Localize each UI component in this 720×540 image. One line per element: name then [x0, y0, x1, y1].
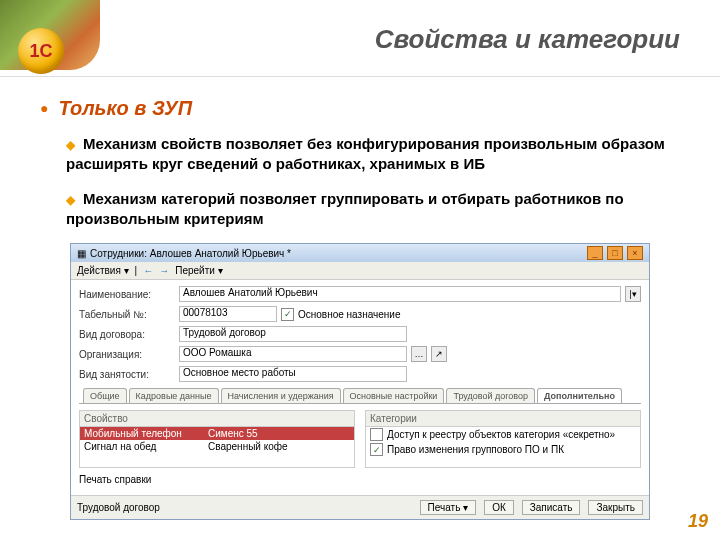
window-icon: ▦: [77, 248, 86, 259]
maximize-button[interactable]: □: [607, 246, 623, 260]
close-button[interactable]: ×: [627, 246, 643, 260]
window-titlebar: ▦ Сотрудники: Авлошев Анатолий Юрьевич *…: [71, 244, 649, 262]
save-button[interactable]: Записать: [522, 500, 581, 515]
tabno-label: Табельный №:: [79, 309, 175, 320]
name-field[interactable]: Авлошев Анатолий Юрьевич: [179, 286, 621, 302]
category-label: Право изменения группового ПО и ПК: [387, 444, 564, 455]
tab-hr[interactable]: Кадровые данные: [129, 388, 219, 403]
actions-menu[interactable]: Действия ▾: [77, 265, 129, 276]
nav-back-icon[interactable]: ←: [143, 265, 153, 276]
history-button[interactable]: |▾: [625, 286, 641, 302]
dialog-footer: Трудовой договор Печать ▾ ОК Записать За…: [71, 495, 649, 519]
print-ref-label: Печать справки: [79, 474, 151, 485]
emp-field[interactable]: Основное место работы: [179, 366, 407, 382]
tab-settings[interactable]: Основные настройки: [343, 388, 445, 403]
ok-button[interactable]: ОК: [484, 500, 514, 515]
footer-contract-label: Трудовой договор: [77, 502, 160, 513]
org-field[interactable]: ООО Ромашка: [179, 346, 407, 362]
page-title: Свойства и категории: [375, 24, 680, 55]
category-label: Доступ к реестру объектов категория «сек…: [387, 429, 615, 440]
org-select-button[interactable]: …: [411, 346, 427, 362]
categories-header: Категории: [365, 410, 641, 427]
category-checkbox[interactable]: [370, 428, 383, 441]
prop-name: Сигнал на обед: [84, 441, 204, 452]
org-open-button[interactable]: ↗: [431, 346, 447, 362]
go-menu[interactable]: Перейти ▾: [175, 265, 222, 276]
properties-header: Свойство: [79, 410, 355, 427]
page-number: 19: [688, 511, 708, 532]
slide-header: 1С Свойства и категории: [0, 0, 720, 77]
slide-content: Только в ЗУП Механизм свойств позволяет …: [0, 77, 720, 520]
tab-contract[interactable]: Трудовой договор: [446, 388, 535, 403]
form-body: Наименование: Авлошев Анатолий Юрьевич |…: [71, 280, 649, 495]
contract-label: Вид договора:: [79, 329, 175, 340]
category-row[interactable]: Доступ к реестру объектов категория «сек…: [366, 427, 640, 442]
minimize-button[interactable]: _: [587, 246, 603, 260]
prop-value: Сваренный кофе: [208, 441, 288, 452]
toolbar: Действия ▾ | ← → Перейти ▾: [71, 262, 649, 280]
bullet-item: Механизм свойств позволяет без конфигури…: [66, 134, 680, 175]
bullet-item: Механизм категорий позволяет группироват…: [66, 189, 680, 230]
name-label: Наименование:: [79, 289, 175, 300]
embedded-app-window: ▦ Сотрудники: Авлошев Анатолий Юрьевич *…: [70, 243, 650, 520]
category-row[interactable]: ✓ Право изменения группового ПО и ПК: [366, 442, 640, 457]
toolbar-sep: |: [135, 265, 138, 276]
properties-list[interactable]: Мобильный телефон Сименс 55 Сигнал на об…: [79, 427, 355, 468]
tabno-field[interactable]: 00078103: [179, 306, 277, 322]
properties-column: Свойство Мобильный телефон Сименс 55 Сиг…: [79, 410, 355, 468]
contract-field[interactable]: Трудовой договор: [179, 326, 407, 342]
section-heading: Только в ЗУП: [40, 97, 680, 120]
print-button[interactable]: Печать ▾: [420, 500, 477, 515]
categories-column: Категории Доступ к реестру объектов кате…: [365, 410, 641, 468]
category-checkbox[interactable]: ✓: [370, 443, 383, 456]
tab-general[interactable]: Общие: [83, 388, 127, 403]
prop-name: Мобильный телефон: [84, 428, 204, 439]
nav-fwd-icon[interactable]: →: [159, 265, 169, 276]
categories-list[interactable]: Доступ к реестру объектов категория «сек…: [365, 427, 641, 468]
emp-label: Вид занятости:: [79, 369, 175, 380]
general-checkbox[interactable]: ✓: [281, 308, 294, 321]
close-dialog-button[interactable]: Закрыть: [588, 500, 643, 515]
tabs: Общие Кадровые данные Начисления и удерж…: [79, 388, 641, 404]
logo-1c: 1С: [18, 28, 64, 74]
window-title-text: Сотрудники: Авлошев Анатолий Юрьевич *: [90, 248, 291, 259]
org-label: Организация:: [79, 349, 175, 360]
property-row[interactable]: Мобильный телефон Сименс 55: [80, 427, 354, 440]
tab-accruals[interactable]: Начисления и удержания: [221, 388, 341, 403]
general-checkbox-label: Основное назначение: [298, 309, 400, 320]
prop-value: Сименс 55: [208, 428, 258, 439]
tab-additional[interactable]: Дополнительно: [537, 388, 622, 403]
property-row[interactable]: Сигнал на обед Сваренный кофе: [80, 440, 354, 453]
